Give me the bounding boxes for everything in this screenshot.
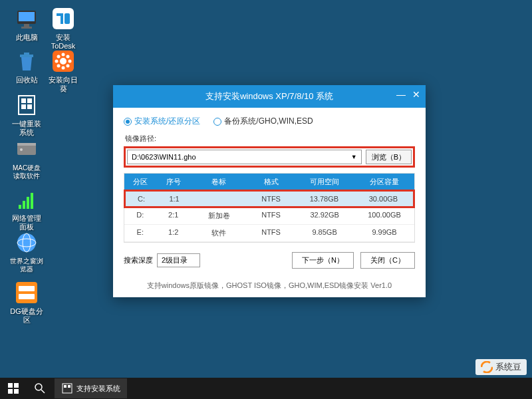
svg-point-30 [17,233,36,252]
svg-point-16 [57,65,61,68]
watermark: 系统豆 [475,359,527,375]
minimize-icon[interactable]: — [396,89,406,100]
svg-rect-6 [20,55,33,57]
svg-rect-35 [19,294,35,299]
svg-rect-25 [17,143,36,146]
desktop-icon-mac-disk[interactable]: MAC硬盘读取软件 [10,136,43,180]
svg-line-42 [41,390,45,393]
taskbar-app-item[interactable]: 支持安装系统 [55,378,127,398]
next-button[interactable]: 下一步（N） [292,252,354,269]
dialog-title-text: 支持安装windows XP/7/8/10 系统 [205,91,333,101]
svg-rect-37 [8,383,13,388]
svg-point-12 [55,60,59,63]
svg-rect-29 [31,193,33,209]
radio-icon [124,118,132,126]
chevron-down-icon: ▼ [351,154,357,160]
svg-rect-21 [21,104,26,109]
image-path-dropdown[interactable]: D:\0623\WIN11.gho ▼ [127,150,362,164]
install-dialog: 支持安装windows XP/7/8/10 系统 — ✕ 安装系统/还原分区 备… [113,85,426,297]
table-row[interactable]: E: 1:2 软件 NTFS 9.85GB 9.99GB [124,225,414,242]
search-depth-select[interactable]: 2级目录 [157,253,200,267]
table-row[interactable]: C: 1:1 NTFS 13.78GB 30.00GB [124,190,415,208]
path-label: 镜像路径: [124,134,415,144]
svg-rect-5 [65,13,70,24]
svg-rect-7 [24,53,29,55]
table-header: 分区 序号 卷标 格式 可用空间 分区容量 [124,174,414,190]
svg-point-41 [35,384,42,390]
svg-point-10 [62,53,65,57]
svg-rect-26 [19,205,21,209]
desktop-icon-this-pc[interactable]: 此电脑 [10,5,43,42]
radio-icon [213,118,221,126]
svg-point-14 [57,55,61,59]
desktop-icon-sunflower[interactable]: 安装向日葵 [47,48,80,93]
svg-rect-3 [21,27,32,29]
svg-point-15 [66,55,70,59]
dialog-titlebar[interactable]: 支持安装windows XP/7/8/10 系统 — ✕ [113,85,426,108]
browse-button[interactable]: 浏览（B） [366,150,412,164]
table-row[interactable]: D: 2:1 新加卷 NTFS 32.92GB 100.00GB [124,207,414,225]
search-depth-label: 搜索深度 [124,255,153,265]
svg-rect-39 [8,389,13,394]
svg-point-9 [60,58,66,65]
watermark-icon [481,361,493,373]
taskbar: 支持安装系统 [0,378,532,399]
svg-rect-1 [19,12,35,21]
start-button[interactable] [0,378,27,399]
desktop-icon-network[interactable]: 网络管理面板 [10,186,43,231]
partition-table: 分区 序号 卷标 格式 可用空间 分区容量 C: 1:1 NTFS 13.78G… [124,173,415,243]
svg-point-24 [20,148,23,151]
svg-rect-20 [27,98,32,103]
svg-rect-34 [19,286,35,291]
svg-rect-27 [23,201,25,209]
radio-backup[interactable]: 备份系统/GHO,WIN,ESD [213,116,313,127]
desktop-icon-todesk[interactable]: 安装ToDesk [47,5,80,51]
svg-rect-40 [14,389,19,394]
dialog-footer: 支持windows原版镜像，GHOST ISO镜像，GHO,WIM,ESD镜像安… [113,277,426,297]
svg-rect-44 [64,385,66,388]
close-icon[interactable]: ✕ [412,89,420,100]
desktop-icon-browser[interactable]: 世界之窗浏览器 [10,229,43,273]
svg-rect-45 [68,385,70,388]
path-highlight-box: D:\0623\WIN11.gho ▼ 浏览（B） [124,146,415,168]
radio-install-restore[interactable]: 安装系统/还原分区 [124,116,200,127]
svg-rect-22 [27,104,32,109]
svg-point-11 [62,66,65,70]
close-button[interactable]: 关闭（C） [360,252,415,269]
taskbar-app-icon [61,382,73,394]
taskbar-search-icon[interactable] [27,378,53,398]
svg-rect-18 [19,96,35,114]
svg-rect-2 [24,24,29,27]
desktop-icon-reinstall[interactable]: 一键重装系统 [10,92,43,137]
svg-rect-28 [27,197,29,209]
desktop-icon-recycle-bin[interactable]: 回收站 [10,48,43,84]
svg-rect-38 [14,383,19,388]
svg-rect-33 [16,282,37,303]
desktop-icon-dg-partition[interactable]: DG硬盘分区 [10,279,43,325]
svg-point-36 [481,362,492,372]
svg-point-17 [66,65,70,68]
svg-rect-19 [21,98,26,103]
svg-point-13 [68,60,72,63]
